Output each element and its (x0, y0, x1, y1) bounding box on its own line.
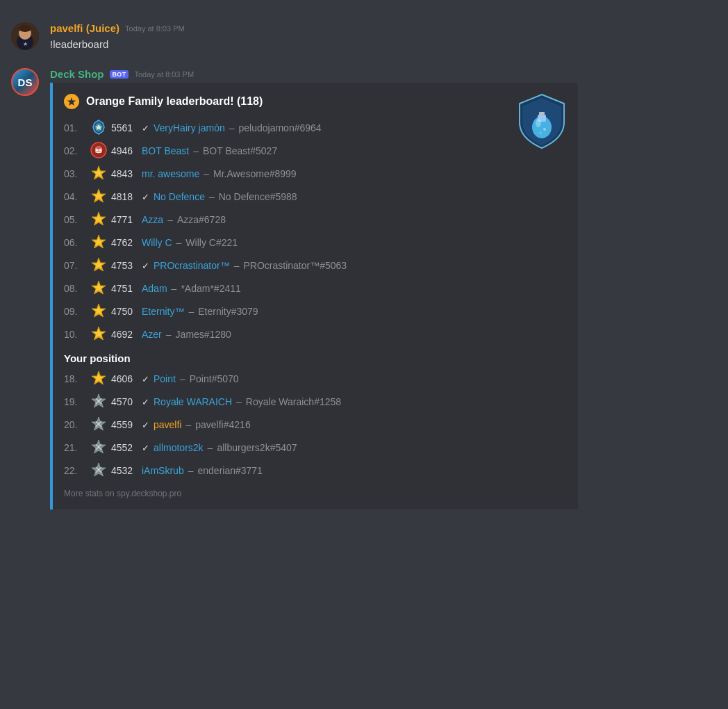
entry-badge-icon (90, 119, 107, 138)
message-header-1: pavelfi (Juice) Today at 8:03 PM (50, 22, 717, 34)
leaderboard-entry: 19. 4570 ✓ Royale WARAICH – Royale Warai… (64, 393, 567, 411)
entry-tag: Mr.Awesome#8999 (213, 167, 297, 181)
entry-name: Azza (142, 213, 163, 227)
entry-badge-icon (90, 370, 107, 389)
entry-rank: 08. (64, 282, 86, 296)
entry-checkmark: ✓ (142, 373, 149, 386)
leaderboard-entry: 22. 4532 iAmSkrub – enderian#3771 (64, 462, 567, 480)
message-content-1: pavelfi (Juice) Today at 8:03 PM !leader… (50, 22, 717, 51)
entry-tag: enderian#3771 (197, 464, 262, 478)
entry-separator: – (172, 282, 177, 296)
entry-trophies: 5561 (111, 121, 138, 136)
bot-badge: BOT (110, 70, 129, 79)
entry-badge-icon (90, 234, 107, 252)
orange-dot-icon (64, 94, 79, 109)
entry-trophies: 4552 (111, 441, 138, 455)
entry-badge-icon (90, 439, 107, 457)
leaderboard-entry: 01. 5561 ✓ VeryHairy jamòn – peludojamon… (64, 119, 567, 138)
embed-header: Orange Family leaderboard! (118) (64, 94, 567, 109)
entry-rank: 02. (64, 144, 86, 158)
your-entries: 18. 4606 ✓ Point – Point#5070 19. 4570 ✓… (64, 370, 567, 480)
entry-separator: – (209, 190, 215, 204)
entry-separator: – (188, 464, 194, 478)
svg-point-4 (19, 25, 31, 32)
your-position-label: Your position (64, 352, 567, 364)
entry-tag: Point#5070 (190, 372, 239, 386)
leaderboard-entries: 01. 5561 ✓ VeryHairy jamòn – peludojamon… (64, 119, 567, 344)
leaderboard-entry: 05. 4771 Azza – Azza#6728 (64, 211, 567, 229)
entry-name: Adam (142, 282, 167, 296)
timestamp-2: Today at 8:03 PM (134, 70, 194, 79)
entry-name: Azer (142, 327, 162, 342)
entry-rank: 20. (64, 418, 86, 432)
avatar: ★ (11, 22, 39, 50)
entry-checkmark: ✓ (142, 418, 149, 432)
entry-trophies: 4818 (111, 190, 138, 204)
leaderboard-entry: 21. 4552 ✓ allmotors2k – allburgers2k#54… (64, 439, 567, 457)
leaderboard-entry: 06. 4762 Willy C – Willy C#221 (64, 234, 567, 252)
entry-tag: Azza#6728 (177, 213, 226, 227)
entry-name: allmotors2k (154, 441, 204, 455)
entry-rank: 10. (64, 327, 86, 342)
message-header-2: Deck Shop BOT Today at 8:03 PM (50, 68, 717, 80)
entry-rank: 06. (64, 236, 86, 250)
entry-rank: 21. (64, 441, 86, 455)
entry-name: Royale WARAICH (154, 395, 232, 409)
leaderboard-entry: 08. 4751 Adam – *Adam*#2411 (64, 279, 567, 298)
entry-separator: – (180, 372, 185, 386)
entry-name: No Defence (154, 190, 205, 204)
leaderboard-entry: 07. 4753 ✓ PROcrastinator™ – PROcrastina… (64, 256, 567, 275)
embed-footer: More stats on spy.deckshop.pro (64, 489, 567, 498)
entry-rank: 03. (64, 167, 86, 181)
entry-tag: allburgers2k#5407 (217, 441, 297, 455)
entry-badge-icon (90, 325, 107, 344)
entry-badge-icon (90, 416, 107, 434)
entry-separator: – (236, 395, 242, 409)
entry-trophies: 4570 (111, 395, 138, 409)
svg-point-17 (99, 149, 101, 152)
entry-tag: PROcrastinator™#5063 (244, 259, 347, 273)
entry-trophies: 4762 (111, 236, 138, 250)
entry-rank: 22. (64, 464, 86, 478)
entry-trophies: 4606 (111, 372, 138, 386)
avatar-ds: DS (11, 68, 39, 96)
entry-tag: Eternity#3079 (198, 304, 258, 319)
entry-badge-icon (90, 393, 107, 411)
entry-trophies: 4559 (111, 418, 138, 432)
svg-rect-8 (539, 112, 545, 116)
svg-point-10 (543, 128, 546, 131)
message-text-1: !leaderboard (50, 37, 717, 51)
entry-checkmark: ✓ (142, 259, 149, 273)
entry-name: BOT Beast (142, 144, 189, 158)
entry-name: iAmSkrub (142, 464, 184, 478)
svg-point-9 (536, 119, 541, 127)
entry-name: mr. awesome (142, 167, 199, 181)
entry-rank: 07. (64, 259, 86, 273)
entry-tag: *Adam*#2411 (181, 282, 240, 296)
leaderboard-entry: 03. 4843 mr. awesome – Mr.Awesome#8999 (64, 165, 567, 184)
entry-separator: – (185, 418, 191, 432)
entry-trophies: 4532 (111, 464, 138, 478)
entry-separator: – (229, 121, 235, 136)
leaderboard-entry: 04. 4818 ✓ No Defence – No Defence#5988 (64, 188, 567, 206)
entry-checkmark: ✓ (142, 122, 149, 136)
entry-separator: – (188, 304, 194, 319)
entry-separator: – (166, 327, 172, 342)
entry-rank: 18. (64, 372, 86, 386)
entry-separator: – (193, 144, 199, 158)
entry-tag: James#1280 (176, 327, 231, 342)
entry-rank: 19. (64, 395, 86, 409)
entry-separator: – (176, 236, 182, 250)
embed: Orange Family leaderboard! (118) 01. 556… (50, 83, 578, 510)
entry-separator: – (167, 213, 173, 227)
entry-tag: peludojamon#6964 (239, 121, 322, 136)
entry-trophies: 4751 (111, 282, 138, 296)
entry-rank: 09. (64, 304, 86, 319)
entry-name: Willy C (142, 236, 172, 250)
entry-badge-icon (90, 165, 107, 184)
username-2: Deck Shop (50, 68, 104, 80)
entry-name: Eternity™ (142, 304, 184, 319)
entry-trophies: 4750 (111, 304, 138, 319)
entry-badge-icon (90, 142, 107, 161)
entry-trophies: 4753 (111, 259, 138, 273)
